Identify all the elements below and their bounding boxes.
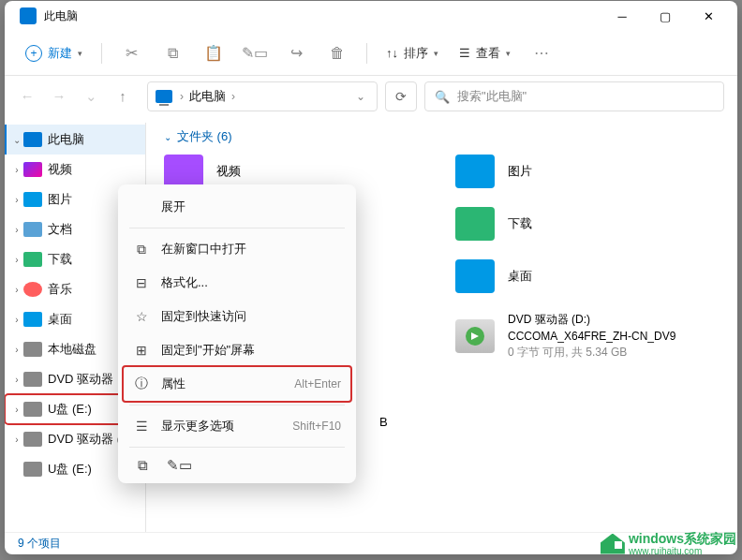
address-dropdown[interactable]: ⌄: [350, 90, 371, 103]
new-button[interactable]: + 新建 ▾: [18, 41, 90, 66]
window-title: 此电脑: [44, 8, 601, 24]
sidebar-item-label: 图片: [48, 191, 72, 208]
sidebar-item-label: 下载: [48, 251, 72, 268]
body-area: ⌄ 此电脑 ›视频 ›图片 ›文档 ›下载 ›音乐 ›桌面 ›本地磁盘 ›DVD…: [5, 117, 737, 532]
house-icon: [601, 534, 625, 554]
sidebar-item-label: U盘 (E:): [48, 401, 92, 418]
chevron-right-icon[interactable]: ›: [10, 225, 23, 235]
shortcut: Alt+Enter: [294, 377, 341, 391]
dvd-info: DVD 驱动器 (D:) CCCOMA_X64FRE_ZH-CN_DV9 0 字…: [508, 312, 675, 361]
nav-arrows: ← → ⌄ ↑: [18, 88, 140, 105]
rename-icon[interactable]: ✎▭: [167, 457, 186, 474]
breadcrumb[interactable]: 此电脑: [186, 88, 230, 105]
paste-button[interactable]: 📋: [196, 37, 231, 70]
separator: [366, 43, 367, 64]
video-icon: [23, 162, 42, 177]
sort-label: 排序: [404, 45, 428, 62]
picture-icon: [23, 192, 42, 207]
copy-icon[interactable]: ⧉: [133, 457, 152, 474]
group-header-label: 文件夹 (6): [177, 128, 232, 145]
separator: [129, 228, 345, 228]
back-button[interactable]: ←: [18, 88, 37, 105]
forward-button[interactable]: →: [50, 88, 68, 105]
chevron-right-icon[interactable]: ›: [10, 195, 23, 205]
cm-format[interactable]: ⊟格式化...: [124, 266, 350, 300]
view-label: 查看: [476, 45, 500, 62]
address-bar[interactable]: › 此电脑 › ⌄: [147, 81, 378, 111]
cm-properties[interactable]: ⓘ属性Alt+Enter: [124, 367, 350, 401]
chevron-right-icon[interactable]: ›: [10, 255, 23, 265]
dvd-icon: [23, 372, 42, 387]
new-label: 新建: [48, 45, 72, 62]
dvd-icon: [23, 432, 42, 447]
maximize-button[interactable]: ▢: [644, 1, 687, 31]
close-button[interactable]: ✕: [687, 1, 730, 31]
view-icon: ☰: [459, 46, 470, 60]
chevron-right-icon[interactable]: ›: [10, 285, 23, 295]
item-count: 9 个项目: [18, 536, 61, 552]
chevron-down-icon: ▾: [434, 49, 438, 58]
sidebar-item-label: 本地磁盘: [48, 341, 96, 358]
folder-desktop[interactable]: 桌面: [455, 259, 719, 293]
music-icon: [23, 282, 42, 297]
sort-button[interactable]: ↑↓ 排序 ▾: [378, 41, 446, 66]
sidebar-item-label: U盘 (E:): [48, 461, 92, 478]
group-header[interactable]: ⌄ 文件夹 (6): [164, 128, 719, 145]
search-placeholder: 搜索"此电脑": [457, 88, 527, 105]
more-button[interactable]: ⋯: [524, 37, 559, 70]
folder-downloads[interactable]: 下载: [455, 207, 719, 241]
cm-pin-start[interactable]: ⊞固定到"开始"屏幕: [124, 333, 350, 367]
dvd-title: DVD 驱动器 (D:): [508, 312, 675, 328]
chevron-right-icon[interactable]: ›: [10, 165, 23, 175]
chevron-down-icon[interactable]: ⌄: [10, 135, 23, 145]
separator: [129, 447, 345, 448]
dvd-size: 0 字节 可用, 共 5.34 GB: [508, 345, 675, 361]
recent-dropdown[interactable]: ⌄: [82, 88, 100, 105]
sort-icon: ↑↓: [386, 46, 398, 60]
cm-more-options[interactable]: ☰显示更多选项Shift+F10: [124, 409, 350, 443]
sidebar-item-videos[interactable]: ›视频: [5, 155, 145, 184]
address-row: ← → ⌄ ↑ › 此电脑 › ⌄ ⟳ 🔍 搜索"此电脑": [5, 76, 737, 117]
crumb-arrow-icon[interactable]: ›: [178, 90, 186, 103]
crumb-arrow-icon[interactable]: ›: [230, 90, 237, 103]
drive-dvd-d[interactable]: DVD 驱动器 (D:) CCCOMA_X64FRE_ZH-CN_DV9 0 字…: [455, 312, 719, 361]
folder-icon: [164, 155, 203, 188]
more-icon: ☰: [133, 419, 150, 434]
chevron-down-icon: ▾: [506, 49, 511, 58]
ghost-char: B: [379, 415, 388, 429]
cm-expand[interactable]: 展开: [124, 190, 350, 224]
plus-icon: +: [25, 45, 42, 62]
cm-pin-quick[interactable]: ☆固定到快速访问: [124, 300, 350, 333]
search-icon: 🔍: [435, 90, 450, 104]
share-button[interactable]: ↪: [278, 37, 314, 70]
folder-pictures[interactable]: 图片: [455, 155, 719, 188]
sidebar-item-this-pc[interactable]: ⌄ 此电脑: [5, 125, 145, 155]
minimize-button[interactable]: ─: [601, 1, 644, 31]
pc-icon: [156, 90, 172, 103]
format-icon: ⊟: [133, 275, 150, 290]
star-icon: ☆: [133, 309, 150, 324]
refresh-button[interactable]: ⟳: [385, 81, 417, 111]
app-icon: [20, 7, 37, 24]
usb-icon: [23, 462, 42, 477]
chevron-right-icon[interactable]: ›: [10, 315, 23, 325]
folder-videos[interactable]: 视频: [164, 155, 427, 188]
toolbar: + 新建 ▾ ✂ ⧉ 📋 ✎▭ ↪ 🗑 ↑↓ 排序 ▾ ☰ 查看 ▾ ⋯: [5, 31, 737, 76]
up-button[interactable]: ↑: [113, 88, 132, 105]
rename-button[interactable]: ✎▭: [237, 37, 273, 70]
sidebar-item-label: 此电脑: [48, 131, 84, 148]
shortcut: Shift+F10: [292, 420, 341, 433]
cut-button[interactable]: ✂: [113, 37, 149, 70]
sidebar-item-label: 文档: [48, 221, 72, 238]
chevron-right-icon[interactable]: ›: [10, 345, 23, 355]
copy-button[interactable]: ⧉: [155, 37, 190, 70]
chevron-right-icon[interactable]: ›: [10, 375, 23, 385]
pin-icon: ⊞: [133, 343, 150, 358]
cm-new-window[interactable]: ⧉在新窗口中打开: [124, 232, 350, 266]
delete-button[interactable]: 🗑: [319, 37, 355, 70]
chevron-right-icon[interactable]: ›: [10, 405, 23, 415]
search-input[interactable]: 🔍 搜索"此电脑": [424, 81, 724, 111]
separator: [129, 405, 345, 405]
chevron-right-icon[interactable]: ›: [10, 435, 23, 445]
view-button[interactable]: ☰ 查看 ▾: [452, 41, 518, 66]
